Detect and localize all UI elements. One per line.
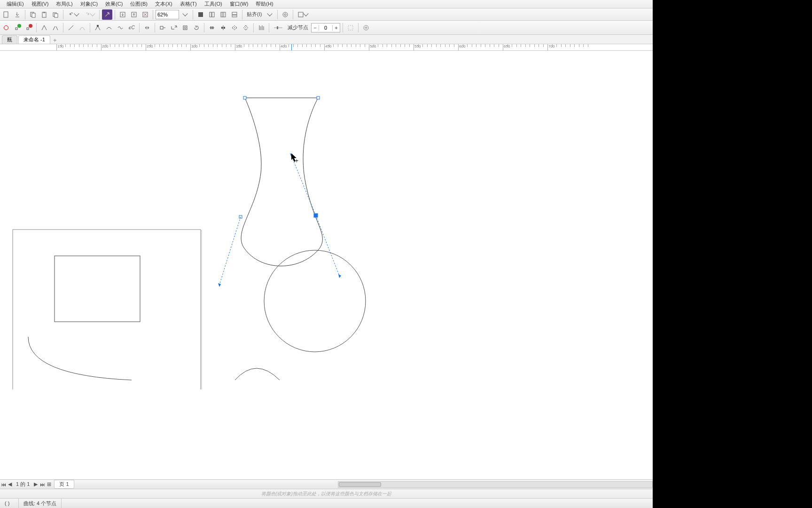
menu-window[interactable]: 窗口(W): [226, 0, 252, 8]
svg-rect-41: [277, 26, 278, 29]
svg-rect-32: [221, 27, 223, 29]
symm-node-button[interactable]: [115, 23, 125, 33]
extract-button[interactable]: [169, 23, 179, 33]
minus-icon[interactable]: −: [312, 25, 319, 31]
svg-rect-29: [211, 26, 211, 29]
undo-button[interactable]: [66, 9, 81, 20]
plus-icon[interactable]: +: [332, 25, 340, 31]
menu-table[interactable]: 表格(T): [176, 0, 201, 8]
canvas[interactable]: +: [0, 51, 653, 479]
separator: [63, 10, 63, 19]
page-tab[interactable]: 页 1: [54, 480, 74, 489]
zoom-dropdown[interactable]: [180, 9, 190, 20]
bezier-handle-arrow[interactable]: [218, 283, 221, 287]
reflect-v-button[interactable]: [241, 23, 251, 33]
paste-button[interactable]: [39, 9, 49, 20]
delete-node-button[interactable]: [23, 23, 34, 33]
separator: [277, 10, 278, 19]
bbox-button[interactable]: [361, 23, 371, 33]
join-nodes-button[interactable]: [39, 23, 49, 33]
cusp-node-button[interactable]: [93, 23, 103, 33]
document-tab-active[interactable]: 未命名 -1: [18, 35, 50, 44]
menu-effect[interactable]: 效果(C): [102, 0, 126, 8]
publish-button[interactable]: [140, 9, 150, 20]
close-curve-button[interactable]: [180, 23, 190, 33]
node-handle[interactable]: [317, 96, 320, 99]
node-count-value: 0: [319, 25, 332, 31]
app-button[interactable]: [296, 9, 310, 20]
clone-button[interactable]: [50, 9, 61, 20]
align-h-button[interactable]: [207, 23, 217, 33]
smooth-node-button[interactable]: [104, 23, 114, 33]
export2-button[interactable]: [129, 9, 139, 20]
svg-point-19: [284, 14, 286, 16]
elastic-button[interactable]: [256, 23, 266, 33]
snap-label[interactable]: 贴齐(I): [245, 11, 264, 18]
fullscreen-button[interactable]: [195, 9, 206, 20]
slider-button[interactable]: [272, 23, 285, 33]
menu-object[interactable]: 对象(C): [77, 0, 102, 8]
new-tab-button[interactable]: +: [51, 36, 59, 44]
separator: [25, 10, 25, 19]
svg-rect-6: [55, 14, 58, 17]
page-outline: [13, 230, 201, 389]
reflect-h-button[interactable]: [229, 23, 240, 33]
arc-object[interactable]: [235, 368, 280, 380]
menu-layout[interactable]: 布局(L): [52, 0, 76, 8]
rotate-node-button[interactable]: [191, 23, 202, 33]
prev-page-button[interactable]: ◀: [7, 481, 13, 487]
vase-curve-object[interactable]: [241, 98, 322, 266]
bezier-handle-arrow[interactable]: [338, 274, 341, 278]
reverse-button[interactable]: [142, 23, 152, 33]
copy-button[interactable]: [28, 9, 38, 20]
options-button[interactable]: [280, 9, 290, 20]
launch-button[interactable]: [102, 9, 112, 20]
next-page-button[interactable]: ▶: [32, 481, 39, 487]
last-page-button[interactable]: ⏭: [39, 482, 46, 487]
horizontal-scrollbar[interactable]: [338, 481, 653, 488]
selectall-button[interactable]: [345, 23, 356, 33]
view-c-button[interactable]: [229, 9, 240, 20]
ec-button[interactable]: ϵC: [126, 23, 137, 33]
align-v-button[interactable]: [218, 23, 228, 33]
new-button[interactable]: [1, 9, 11, 20]
document-tab[interactable]: 瓶: [2, 35, 17, 44]
to-curve-button[interactable]: [77, 23, 87, 33]
first-page-button[interactable]: ⏮: [0, 482, 7, 487]
shape-preset[interactable]: [1, 23, 11, 33]
node-handle[interactable]: [243, 96, 246, 99]
svg-rect-12: [212, 12, 214, 17]
view-b-button[interactable]: [218, 9, 228, 20]
to-line-button[interactable]: [66, 23, 76, 33]
svg-line-23: [69, 25, 73, 30]
scrollbar-thumb[interactable]: [339, 482, 381, 487]
snap-dropdown[interactable]: [265, 9, 275, 20]
svg-rect-16: [232, 12, 237, 15]
svg-rect-10: [198, 12, 203, 17]
redo-button[interactable]: [82, 9, 97, 20]
circle-object[interactable]: [264, 250, 366, 352]
menu-edit[interactable]: 编辑(E): [3, 0, 28, 8]
svg-rect-13: [221, 12, 226, 17]
svg-rect-21: [16, 28, 17, 30]
break-nodes-button[interactable]: [50, 23, 61, 33]
zoom-level[interactable]: 62%: [156, 10, 179, 19]
menu-bitmap[interactable]: 位图(B): [126, 0, 151, 8]
export-button[interactable]: [12, 9, 23, 20]
shape-cursor-icon: +: [291, 153, 298, 164]
separator: [358, 23, 359, 32]
menu-text[interactable]: 文本(X): [151, 0, 176, 8]
svg-rect-11: [210, 12, 211, 17]
extend-button[interactable]: [157, 23, 168, 33]
separator: [293, 10, 293, 19]
import-button[interactable]: [117, 9, 128, 20]
menu-help[interactable]: 帮助(H): [252, 0, 277, 8]
menu-view[interactable]: 视图(V): [28, 0, 53, 8]
node-count-spinner[interactable]: − 0 +: [311, 23, 340, 32]
add-node-button[interactable]: [12, 23, 23, 33]
menu-tools[interactable]: 工具(O): [201, 0, 226, 8]
reduce-nodes-label: 减少节点: [286, 24, 310, 31]
view-a-button[interactable]: [207, 9, 217, 20]
add-page-button[interactable]: ⊞: [46, 481, 52, 487]
svg-rect-24: [97, 25, 99, 27]
